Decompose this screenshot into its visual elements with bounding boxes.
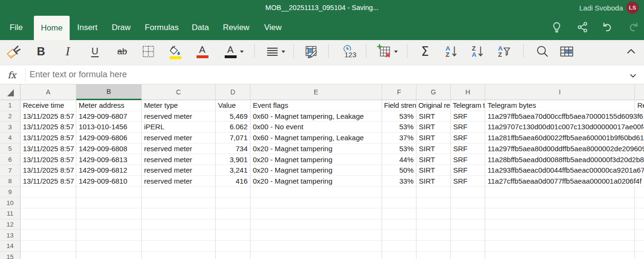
cell-D2[interactable]: 5,469 [216, 111, 250, 122]
cell-J1[interactable]: Re [635, 100, 644, 111]
fill-color-icon[interactable] [167, 43, 184, 60]
cell-E3[interactable]: 0x00 - No event [250, 122, 382, 133]
cell-C12[interactable] [142, 219, 216, 230]
cell-G11[interactable] [416, 208, 451, 219]
cell-I6[interactable]: 11a28bffb5aead0d0088ffb5aead00000f3d20d2… [485, 155, 635, 166]
cell-J9[interactable] [635, 187, 644, 198]
cell-D11[interactable] [216, 208, 250, 219]
cell-D10[interactable] [216, 197, 250, 208]
cell-A1[interactable]: Receive time [21, 100, 76, 111]
row-header-5[interactable]: 5 [0, 144, 21, 155]
collapse-ribbon-icon[interactable] [623, 43, 639, 60]
row-header-15[interactable]: 15 [0, 252, 21, 259]
cell-C14[interactable] [142, 241, 216, 252]
cell-E14[interactable] [250, 241, 382, 252]
column-header-e[interactable]: E [250, 84, 382, 100]
cell-G13[interactable] [416, 230, 451, 241]
row-header-7[interactable]: 7 [0, 165, 21, 176]
cell-I9[interactable] [485, 187, 635, 198]
cell-H7[interactable]: SRF [451, 165, 485, 176]
cell-D12[interactable] [216, 219, 250, 230]
format-painter-icon[interactable] [6, 43, 22, 60]
cell-A8[interactable]: 13/11/2025 8:57 [21, 176, 76, 187]
cell-I4[interactable]: 11a281ffb5aea60d0022ffb5aea600001b9f60bd… [485, 133, 635, 144]
row-header-14[interactable]: 14 [0, 241, 21, 252]
cell-B15[interactable] [76, 252, 142, 259]
tab-file[interactable]: File [10, 15, 22, 40]
cell-I14[interactable] [485, 241, 635, 252]
cell-F10[interactable] [382, 197, 416, 208]
cell-C11[interactable] [142, 208, 216, 219]
alignment-caret-icon[interactable] [281, 51, 285, 53]
cell-B2[interactable]: 1429-009-6807 [76, 111, 142, 122]
cell-A10[interactable] [21, 197, 76, 208]
cell-J10[interactable] [635, 197, 644, 208]
cell-C13[interactable] [142, 230, 216, 241]
cell-F9[interactable] [382, 187, 416, 198]
cell-C2[interactable]: reserved meter [142, 111, 216, 122]
row-header-4[interactable]: 4 [0, 133, 21, 144]
cell-F11[interactable] [382, 208, 416, 219]
sort-ascending-icon[interactable]: A Z [443, 43, 459, 60]
cell-F7[interactable]: 50% [382, 165, 416, 176]
cell-H10[interactable] [451, 197, 485, 208]
row-header-13[interactable]: 13 [0, 230, 21, 241]
tab-formulas[interactable]: Formulas [145, 15, 179, 40]
cell-B14[interactable] [76, 241, 142, 252]
cell-G10[interactable] [416, 197, 451, 208]
cell-H2[interactable]: SRF [451, 111, 485, 122]
cell-B9[interactable] [76, 187, 142, 198]
cell-E9[interactable] [250, 187, 382, 198]
tab-data[interactable]: Data [192, 15, 209, 40]
cell-H8[interactable]: SRF [451, 176, 485, 187]
column-header-j[interactable]: J [635, 84, 644, 100]
cell-E7[interactable]: 0x20 - Magnet tampering [250, 165, 382, 176]
font-color-picker-icon[interactable]: A [222, 43, 239, 60]
row-header-3[interactable]: 3 [0, 122, 21, 133]
cell-A7[interactable]: 13/11/2025 8:57 [21, 165, 76, 176]
cell-F4[interactable]: 37% [382, 133, 416, 144]
cell-E12[interactable] [250, 219, 382, 230]
cell-F13[interactable] [382, 230, 416, 241]
column-header-h[interactable]: H [451, 84, 485, 100]
cell-D6[interactable]: 3,901 [216, 155, 250, 166]
cell-E11[interactable] [250, 208, 382, 219]
row-header-9[interactable]: 9 [0, 187, 21, 198]
column-header-b[interactable]: B [76, 84, 142, 100]
cell-A15[interactable] [21, 252, 76, 259]
column-header-a[interactable]: A [21, 84, 76, 100]
cell-I8[interactable]: 11a27cffb5aeaa0d0077ffb5aeaa000001a0206f… [485, 176, 635, 187]
cell-D15[interactable] [216, 252, 250, 259]
cell-A5[interactable]: 13/11/2025 8:57 [21, 144, 76, 155]
cell-D9[interactable] [216, 187, 250, 198]
cell-B5[interactable]: 1429-009-6808 [76, 144, 142, 155]
cell-H11[interactable] [451, 208, 485, 219]
row-header-8[interactable]: 8 [0, 176, 21, 187]
column-header-c[interactable]: C [142, 84, 216, 100]
cell-B3[interactable]: 1013-010-1456 [76, 122, 142, 133]
cell-E5[interactable]: 0x20 - Magnet tampering [250, 144, 382, 155]
bold-icon[interactable]: B [33, 43, 49, 60]
cell-I13[interactable] [485, 230, 635, 241]
underline-icon[interactable]: U [87, 43, 103, 60]
cell-E15[interactable] [250, 252, 382, 259]
cell-J11[interactable] [635, 208, 644, 219]
cell-E13[interactable] [250, 230, 382, 241]
cell-B12[interactable] [76, 219, 142, 230]
cell-G15[interactable] [416, 252, 451, 259]
cell-E2[interactable]: 0x60 - Magnet tampering, Leakage [250, 111, 382, 122]
cell-I10[interactable] [485, 197, 635, 208]
insert-delete-caret-icon[interactable] [394, 51, 398, 53]
cell-B4[interactable]: 1429-009-6806 [76, 133, 142, 144]
cell-F2[interactable]: 53% [382, 111, 416, 122]
cell-H15[interactable] [451, 252, 485, 259]
cell-G5[interactable]: SIRT [416, 144, 451, 155]
cell-E6[interactable]: 0x20 - Magnet tampering [250, 155, 382, 166]
cell-I15[interactable] [485, 252, 635, 259]
cell-C5[interactable]: reserved meter [142, 144, 216, 155]
cell-I12[interactable] [485, 219, 635, 230]
cell-A6[interactable]: 13/11/2025 8:57 [21, 155, 76, 166]
cell-A2[interactable]: 13/11/2025 8:57 [21, 111, 76, 122]
cell-I3[interactable]: 11a29707c130d00d01c007c130d00000017ae00f… [485, 122, 635, 133]
search-icon[interactable] [534, 43, 551, 60]
